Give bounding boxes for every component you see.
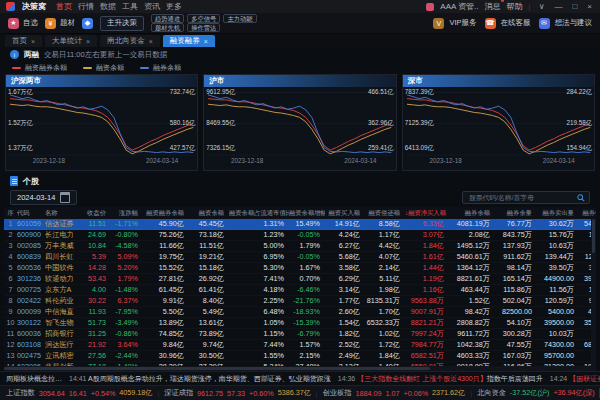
cell: 15.49% [289,219,325,229]
table-row[interactable]: 2600900长江电力24.69-0.80%75.26亿73.18亿1.23%-… [4,230,596,241]
account-label[interactable]: AAA 资管.. [440,1,478,12]
cell: 14.91亿 [325,219,365,229]
vertical-scrollbar-thumb[interactable] [592,219,595,253]
column-header-9[interactable]: 融资买入额 [325,209,365,218]
tab-2[interactable]: 南北向资金× [100,35,160,47]
news-item[interactable]: 14:36 【三大指数全线翻红 上涨个股近4300只】指数午后震荡回升 [338,374,543,384]
news-ticker: 周期板块概念拉…14:41 A股周期股概念异动拉升，瑞达期货涨停，南华期货、西部… [0,371,600,385]
menu-item-5[interactable]: 更多 [163,2,185,11]
column-header-1[interactable]: 代码 [17,209,45,218]
close-tab-icon[interactable]: × [31,38,35,45]
news-item[interactable]: 14:41 A股周期股概念异动拉升，瑞达期货涨停，南华期货、西部证券、弘业期货跟… [69,374,331,384]
feedback-button[interactable]: 想法与建议 [555,18,593,28]
cell: 1.79% [111,274,143,284]
search-icon[interactable] [577,194,585,202]
cell: -0.86% [111,329,143,339]
index-value: 3054.64 [39,389,65,398]
favorites-icon[interactable]: ★ [8,18,19,29]
cell: -0.05% [289,230,325,240]
menu-item-3[interactable]: 工具 [119,2,141,11]
column-header-2[interactable]: 名称 [45,209,83,218]
column-header-11[interactable]: ↓融资净买入额 [405,209,449,218]
feedback-icon[interactable]: ✉ [539,18,550,29]
column-header-8[interactable]: 融资余额增幅 [289,209,325,218]
tab-3[interactable]: 融资融券× [163,35,215,47]
close-tab-icon[interactable]: × [149,38,153,45]
column-header-12[interactable]: 融券余额 [449,209,495,218]
headset-icon[interactable]: ☎ [485,18,496,29]
table-row[interactable]: 9000099中信海直11.93-7.95%5.50亿5.49亿6.48%-18… [4,307,596,318]
column-header-10[interactable]: 融资偿还额 [365,209,405,218]
theme-icon[interactable]: ¥ [45,18,56,29]
table-row[interactable]: 7000725京东方A4.00-1.48%61.45亿61.41亿4.18%-6… [4,285,596,296]
theme-button[interactable]: 题材 [60,18,75,28]
date-picker[interactable]: 2024-03-14 [10,190,77,205]
close-tab-icon[interactable]: × [86,38,90,45]
favorites-button[interactable]: 自选 [23,18,38,28]
menu-item-4[interactable]: 资讯 [141,2,163,11]
cell: 3.07亿 [405,230,449,240]
column-header-7[interactable]: 融资余额占流通市值比 [229,209,289,218]
cell: 软通动力 [45,274,83,284]
cell: 8.40亿 [189,296,229,306]
north-funds-label: 北向资金 [477,388,506,398]
strategy-button-0[interactable]: 趋势通道 [151,14,184,23]
decision-button[interactable]: 主升决策 [100,16,144,31]
stock-search-input[interactable] [467,193,571,202]
column-header-15[interactable]: 融券偿还量 [579,209,596,218]
table-row[interactable]: 3002085万丰奥威10.84-4.58%11.66亿11.51亿5.00%1… [4,241,596,252]
vertical-scrollbar[interactable] [591,219,596,366]
menu-item-0[interactable]: 首页 [53,2,75,11]
table-row[interactable]: 10300122智飞生物51.73-3.49%13.89亿13.61亿1.05%… [4,318,596,329]
vip-button[interactable]: VIP服务 [449,18,476,28]
column-header-4[interactable]: 涨跌幅 [111,209,143,218]
right-axis-tick: 580.16亿 [170,120,196,126]
menu-item-2[interactable]: 数据 [97,2,119,11]
tab-0[interactable]: 首页× [5,35,42,47]
news-item[interactable]: 周期板块概念拉… [6,374,62,384]
strategy-button-1[interactable]: 多空信号 [187,14,220,23]
chart-panel-1: 沪市9612.95亿8469.55亿7326.15亿466.51亿362.96亿… [203,74,396,171]
strategy-button-2[interactable]: 主力动能 [223,14,256,23]
table-row[interactable]: 11600036招商银行31.25-0.86%74.85亿73.89亿1.15%… [4,329,596,340]
cell: 98.42万 [449,307,495,317]
cell: 1.61亿 [405,252,449,262]
horizontal-scrollbar[interactable] [4,366,596,371]
table-row[interactable]: 13002475立讯精密27.56-2.44%30.96亿30.50亿1.55%… [4,351,596,362]
table-row[interactable]: 8002422科伦药业30.226.37%9.91亿8.40亿2.25%-21.… [4,296,596,307]
table-row[interactable]: 1601059信达证券11.51-1.71%45.90亿45.45亿1.31%1… [4,219,596,230]
maximize-button[interactable]: □ [570,3,579,11]
vip-icon[interactable]: V [433,18,444,29]
index-name[interactable]: 创业板指 [323,388,352,398]
close-button[interactable]: × [585,3,594,11]
index-name[interactable]: 上证指数 [6,388,35,398]
cell: 中国软件 [45,263,83,273]
column-header-3[interactable]: 收盘价 [83,209,111,218]
messages-button[interactable]: 消息 [485,1,501,12]
tab-1[interactable]: 大单统计× [45,35,97,47]
calendar-icon [60,192,70,203]
help-button[interactable]: 帮助 [507,1,523,12]
minimize-button[interactable]: — [552,3,564,11]
index-name[interactable]: 深证成指 [164,388,193,398]
horizontal-scrollbar-thumb[interactable] [4,367,430,370]
strategy-button-3[interactable]: 题材先机 [151,23,184,32]
close-tab-icon[interactable]: × [204,38,208,45]
table-row[interactable]: 4600839四川长虹5.395.09%19.75亿19.21亿6.95%-0.… [4,252,596,263]
cell: 3 [4,241,17,251]
service-button[interactable]: 在线客服 [501,18,531,28]
table-row[interactable]: 5600536中国软件14.285.20%15.52亿15.18亿5.30%1.… [4,263,596,274]
column-header-14[interactable]: 融券卖出量 [537,209,579,218]
strategy-button-4[interactable]: 操作雷达 [187,23,220,32]
column-header-13[interactable]: 融券余量 [495,209,537,218]
menu-item-1[interactable]: 行情 [75,2,97,11]
table-row[interactable]: 6301236软通动力53.431.79%27.81亿26.92亿7.41%0.… [4,274,596,285]
news-item[interactable]: 14:24 【国联证券：银行后续绝对收益空间不大 具备高股息扩散特征的更受益】 [550,374,600,384]
gem-icon[interactable]: ◆ [82,18,93,29]
table-row[interactable]: 12603108润达医疗21.923.64%9.84亿9.74亿7.44%1.5… [4,340,596,351]
chevron-down-icon[interactable]: ∨ [537,3,547,11]
column-header-5[interactable]: 融资融券余额 [143,209,189,218]
column-header-6[interactable]: 融资余额 [189,209,229,218]
column-header-0[interactable]: 序 [4,209,17,218]
cell: 1.52亿 [449,296,495,306]
